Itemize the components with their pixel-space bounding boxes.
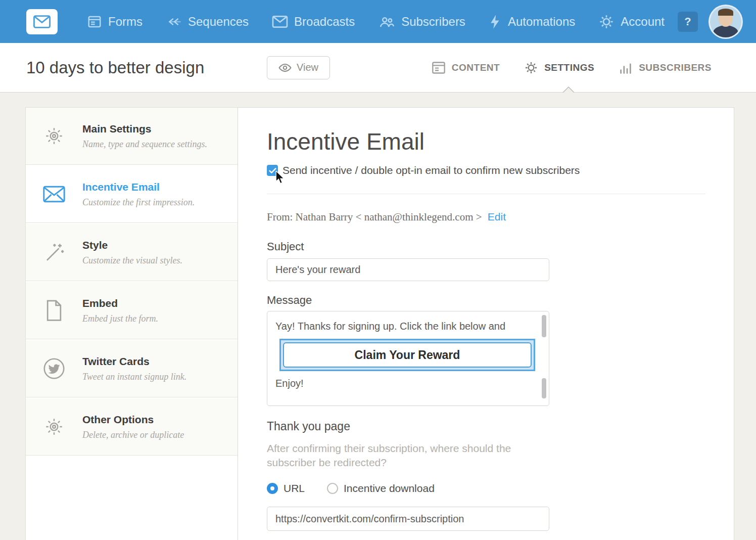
nav-item-label: Broadcasts [294, 15, 355, 29]
radio-selected-icon[interactable] [267, 483, 278, 494]
sidebar-item-title: Other Options [82, 414, 230, 426]
forms-icon [87, 14, 102, 29]
radio-incentive-download[interactable]: Incentive download [327, 482, 435, 494]
nav-item-label: Automations [508, 15, 575, 29]
settings-sidebar: Main Settings Name, type and sequence se… [25, 107, 238, 540]
section-divider [267, 194, 705, 194]
sidebar-item-title: Twitter Cards [82, 355, 230, 368]
sidebar-item-desc: Customize the visual styles. [82, 255, 230, 266]
nav-item-label: Sequences [188, 15, 249, 29]
checkbox-label: Send incentive / double opt-in email to … [282, 164, 580, 176]
twitter-icon [26, 357, 82, 380]
avatar-hair-shape [718, 9, 733, 16]
sidebar-item-desc: Customize the first impression. [82, 197, 230, 208]
message-text-line1: Yay! Thanks for signing up. Click the li… [275, 321, 536, 332]
broadcasts-icon [272, 15, 288, 29]
sidebar-item-desc: Tweet an instant signup link. [82, 372, 230, 382]
eye-icon [278, 63, 292, 73]
section-title: Incentive Email [267, 128, 424, 155]
gear-icon [26, 125, 82, 147]
app-logo[interactable] [26, 9, 58, 34]
sidebar-item-desc: Delete, archive or duplicate [82, 430, 230, 440]
automations-icon [489, 14, 502, 29]
tab-label: CONTENT [452, 62, 500, 73]
subject-label: Subject [267, 240, 304, 253]
sidebar-item-title: Incentive Email [82, 181, 230, 193]
page-header: 10 days to better design View CONTENT SE… [0, 43, 756, 93]
message-text-line2: Enjoy! [275, 378, 536, 389]
help-button[interactable]: ? [678, 12, 698, 32]
from-row: From: Nathan Barry < nathan@thinklegend.… [267, 211, 506, 223]
radio-label: Incentive download [344, 482, 435, 494]
active-tab-caret [562, 86, 575, 93]
tab-label: SETTINGS [544, 62, 594, 73]
gear-icon [26, 416, 82, 437]
nav-item-automations[interactable]: Automations [489, 14, 575, 29]
nav-item-label: Account [621, 15, 665, 29]
scrollbar-thumb-bottom[interactable] [542, 378, 546, 398]
redirect-url-input[interactable] [267, 507, 549, 531]
document-icon [26, 299, 82, 322]
claim-reward-button[interactable]: Claim Your Reward [283, 342, 532, 368]
tab-content[interactable]: CONTENT [432, 61, 500, 74]
sequences-icon [166, 14, 182, 29]
sidebar-item-title: Main Settings [82, 123, 230, 135]
scrollbar-thumb-top[interactable] [542, 315, 546, 337]
tab-subscribers[interactable]: SUBSCRIBERS [619, 61, 712, 74]
subject-input[interactable] [267, 258, 549, 281]
nav-item-forms[interactable]: Forms [87, 14, 143, 29]
avatar-body-shape [713, 25, 738, 39]
top-nav: Forms Sequences Broadcasts Subscribers A… [0, 0, 756, 43]
send-incentive-checkbox-row[interactable]: Send incentive / double opt-in email to … [267, 164, 580, 176]
account-gear-icon [598, 14, 615, 30]
nav-item-account[interactable]: Account [598, 14, 665, 30]
settings-panel: Incentive Email Send incentive / double … [238, 107, 734, 540]
avatar[interactable] [708, 5, 743, 39]
header-tabs: CONTENT SETTINGS SUBSCRIBERS [432, 61, 712, 75]
nav-item-label: Forms [108, 15, 143, 29]
message-editor[interactable]: Yay! Thanks for signing up. Click the li… [267, 311, 549, 406]
sidebar-item-embed[interactable]: Embed Embed just the form. [26, 282, 238, 339]
tab-settings[interactable]: SETTINGS [524, 61, 594, 75]
radio-unselected-icon[interactable] [327, 483, 338, 494]
primary-nav: Forms Sequences Broadcasts Subscribers A… [87, 14, 665, 30]
subscribers-icon [378, 14, 395, 29]
claim-button-selection-frame: Claim Your Reward [279, 339, 535, 371]
sidebar-item-desc: Embed just the form. [82, 313, 230, 324]
sidebar-item-style[interactable]: Style Customize the visual styles. [26, 224, 238, 281]
thank-you-page-description: After confirming their subscription, whe… [267, 441, 519, 470]
content-icon [432, 61, 446, 74]
edit-from-link[interactable]: Edit [488, 211, 506, 222]
tab-label: SUBSCRIBERS [639, 62, 712, 73]
bar-chart-icon [619, 61, 633, 74]
logo-envelope-icon [33, 15, 51, 28]
sidebar-item-twitter-cards[interactable]: Twitter Cards Tweet an instant signup li… [26, 340, 238, 397]
message-label: Message [267, 294, 312, 307]
settings-gear-icon [524, 61, 538, 75]
sidebar-item-desc: Name, type and sequence settings. [82, 139, 230, 150]
nav-item-subscribers[interactable]: Subscribers [378, 14, 465, 29]
nav-item-broadcasts[interactable]: Broadcasts [272, 15, 355, 29]
from-text: From: Nathan Barry < nathan@thinklegend.… [267, 211, 482, 223]
wand-icon [26, 242, 82, 263]
checkbox-checked-icon[interactable] [267, 165, 278, 176]
redirect-radio-group: URL Incentive download [267, 482, 435, 494]
radio-label: URL [284, 482, 305, 494]
view-button[interactable]: View [267, 56, 330, 79]
sidebar-item-title: Style [82, 239, 230, 251]
sidebar-item-title: Embed [82, 297, 230, 309]
sidebar-item-other-options[interactable]: Other Options Delete, archive or duplica… [26, 398, 238, 456]
envelope-icon [26, 186, 82, 203]
nav-item-sequences[interactable]: Sequences [166, 14, 249, 29]
page-title: 10 days to better design [26, 58, 204, 77]
nav-item-label: Subscribers [401, 15, 465, 29]
sidebar-item-main-settings[interactable]: Main Settings Name, type and sequence se… [26, 108, 238, 165]
thank-you-page-label: Thank you page [267, 420, 350, 433]
sidebar-item-incentive-email[interactable]: Incentive Email Customize the first impr… [26, 166, 238, 223]
radio-url[interactable]: URL [267, 482, 305, 494]
view-button-label: View [297, 62, 318, 73]
